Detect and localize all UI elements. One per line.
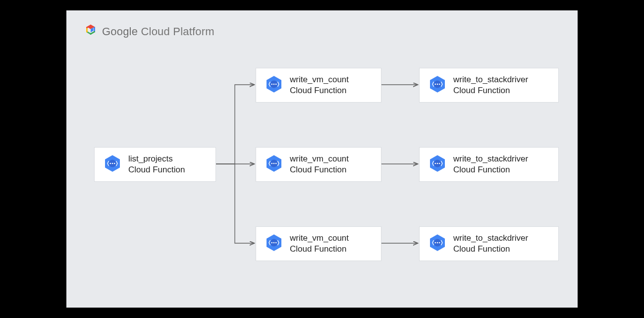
cloud-functions-icon [264, 154, 284, 175]
svg-point-4 [112, 163, 113, 164]
gcp-logo-icon [84, 24, 97, 39]
cloud-functions-icon [264, 74, 284, 96]
node-list-projects: list_projects Cloud Function [94, 147, 216, 182]
node-subtitle: Cloud Function [290, 164, 349, 175]
node-title: write_to_stackdriver [453, 233, 528, 244]
svg-point-14 [273, 163, 275, 164]
node-label: write_to_stackdriver Cloud Function [453, 233, 528, 255]
node-title: list_projects [128, 154, 185, 164]
node-label: write_vm_count Cloud Function [290, 233, 349, 255]
node-label: write_to_stackdriver Cloud Function [453, 154, 528, 175]
node-write-vm-count-1: write_vm_count Cloud Function [256, 68, 381, 103]
node-subtitle: Cloud Function [290, 85, 349, 96]
svg-point-9 [273, 84, 275, 85]
cloud-functions-icon [428, 233, 447, 255]
svg-point-23 [435, 84, 436, 85]
node-write-vm-count-3: write_vm_count Cloud Function [256, 226, 381, 261]
svg-point-35 [439, 242, 440, 244]
diagram-canvas: Google Cloud Platform [66, 10, 578, 308]
svg-point-29 [437, 163, 438, 164]
node-title: write_vm_count [290, 233, 349, 244]
node-subtitle: Cloud Function [453, 244, 528, 255]
svg-point-18 [271, 242, 273, 244]
gcp-header-text: Google Cloud Platform [102, 25, 215, 38]
node-subtitle: Cloud Function [453, 85, 528, 96]
svg-point-28 [435, 163, 436, 164]
svg-point-13 [271, 163, 273, 164]
svg-point-33 [435, 242, 436, 244]
svg-point-5 [114, 163, 115, 164]
svg-point-15 [275, 163, 277, 164]
node-write-stackdriver-2: write_to_stackdriver Cloud Function [419, 147, 559, 182]
node-subtitle: Cloud Function [453, 164, 528, 175]
gcp-header: Google Cloud Platform [84, 24, 215, 39]
gcp-header-bold: Google [102, 25, 138, 38]
svg-point-25 [439, 84, 440, 85]
node-label: list_projects Cloud Function [128, 154, 185, 175]
gcp-header-rest: Cloud Platform [141, 25, 214, 38]
node-subtitle: Cloud Function [128, 164, 185, 175]
node-label: write_to_stackdriver Cloud Function [453, 74, 528, 96]
cloud-functions-icon [103, 154, 122, 175]
cloud-functions-icon [428, 74, 447, 96]
svg-point-20 [275, 242, 277, 244]
node-title: write_vm_count [290, 74, 349, 85]
svg-point-34 [437, 242, 438, 244]
node-title: write_to_stackdriver [453, 154, 528, 164]
svg-point-30 [439, 163, 440, 164]
node-label: write_vm_count Cloud Function [290, 154, 349, 175]
svg-point-8 [271, 84, 273, 85]
svg-point-24 [437, 84, 438, 85]
svg-point-10 [275, 84, 277, 85]
cloud-functions-icon [264, 233, 284, 255]
node-subtitle: Cloud Function [290, 244, 349, 255]
node-title: write_vm_count [290, 154, 349, 164]
cloud-functions-icon [428, 154, 447, 175]
svg-point-3 [110, 163, 111, 164]
node-write-stackdriver-1: write_to_stackdriver Cloud Function [419, 68, 559, 103]
svg-point-19 [273, 242, 275, 244]
node-title: write_to_stackdriver [453, 74, 528, 85]
node-label: write_vm_count Cloud Function [290, 74, 349, 96]
node-write-vm-count-2: write_vm_count Cloud Function [256, 147, 381, 182]
node-write-stackdriver-3: write_to_stackdriver Cloud Function [419, 226, 559, 261]
